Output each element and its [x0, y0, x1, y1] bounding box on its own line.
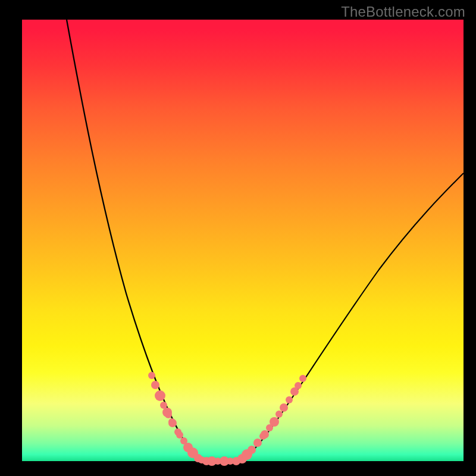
- right-curve: [236, 173, 464, 461]
- left-curve: [67, 20, 206, 461]
- svg-point-31: [280, 403, 288, 412]
- valley-dot-cluster: [198, 456, 240, 466]
- chart-frame: TheBottleneck.com: [0, 0, 476, 476]
- right-dot-cluster: [237, 375, 306, 464]
- svg-point-3: [160, 402, 167, 409]
- svg-point-0: [148, 372, 155, 379]
- svg-point-1: [151, 381, 159, 389]
- svg-point-25: [253, 439, 262, 447]
- svg-point-32: [286, 396, 293, 403]
- svg-point-9: [176, 431, 183, 439]
- svg-point-35: [299, 375, 306, 382]
- svg-point-34: [295, 382, 302, 389]
- svg-point-5: [165, 411, 172, 418]
- svg-point-27: [261, 430, 269, 439]
- svg-point-30: [275, 411, 283, 418]
- svg-point-23: [248, 446, 256, 454]
- plot-area: [22, 20, 464, 461]
- svg-point-2: [155, 390, 165, 401]
- watermark-text: TheBottleneck.com: [341, 4, 465, 20]
- left-dot-cluster: [148, 372, 202, 462]
- svg-point-7: [168, 419, 177, 427]
- chart-svg: [22, 20, 464, 461]
- svg-point-29: [270, 417, 279, 427]
